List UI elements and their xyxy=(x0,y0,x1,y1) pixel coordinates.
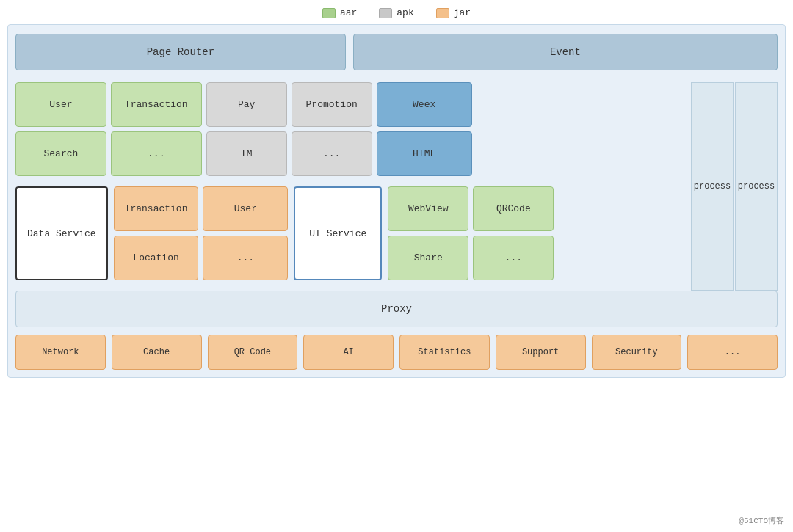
side-process-columns: process process xyxy=(691,82,778,291)
module-share: Share xyxy=(388,236,468,280)
data-service-box: Data Service xyxy=(15,186,108,280)
router-row: Page Router Event xyxy=(15,34,778,70)
apk-label: apk xyxy=(396,7,413,18)
legend: aar apk jar xyxy=(0,0,793,24)
module-green2-dots: ... xyxy=(473,236,554,280)
module-cache: Cache xyxy=(112,335,202,370)
modules-row: User Transaction Search ... Pay xyxy=(15,82,687,176)
gray-module-group: Pay Promotion IM ... xyxy=(206,82,372,176)
orange-module-group: Transaction User Location ... xyxy=(114,186,289,280)
module-statistics: Statistics xyxy=(399,335,490,370)
module-ai: AI xyxy=(303,335,394,370)
watermark: @51CTO博客 xyxy=(739,515,784,526)
module-support: Support xyxy=(496,335,586,370)
legend-aar: aar xyxy=(322,7,357,18)
main-diagram: Page Router Event User Transaction Searc xyxy=(7,24,786,378)
module-location: Location xyxy=(114,236,199,280)
green-module-group: User Transaction Search ... xyxy=(15,82,202,176)
module-user-2: User xyxy=(203,186,288,231)
module-pay: Pay xyxy=(206,82,287,127)
aar-color-box xyxy=(322,8,336,18)
module-qr-code: QR Code xyxy=(208,335,298,370)
proxy-box: Proxy xyxy=(15,291,778,327)
module-webview: WebView xyxy=(388,186,468,231)
blue-module-group: Weex HTML xyxy=(377,82,472,176)
apk-color-box xyxy=(379,8,392,18)
process-label-1: process xyxy=(694,181,731,192)
event-label: Event xyxy=(550,46,581,58)
module-transaction-2: Transaction xyxy=(114,186,199,231)
module-qrcode: QRCode xyxy=(473,186,554,231)
event-box: Event xyxy=(353,34,778,70)
jar-label: jar xyxy=(454,7,471,18)
module-user: User xyxy=(15,82,106,127)
legend-apk: apk xyxy=(379,7,413,18)
module-orange-dots: ... xyxy=(203,236,288,280)
data-service-label: Data Service xyxy=(27,228,96,239)
module-weex: Weex xyxy=(377,82,472,127)
aar-label: aar xyxy=(340,7,357,18)
module-im: IM xyxy=(206,131,287,176)
module-bottom-dots: ... xyxy=(687,335,778,370)
process-label-2: process xyxy=(738,181,775,192)
proxy-label: Proxy xyxy=(381,303,412,315)
ui-service-box: UI Service xyxy=(294,186,382,280)
bottom-modules-row: Network Cache QR Code AI Statistics Supp… xyxy=(15,335,778,370)
page-router-label: Page Router xyxy=(147,46,214,58)
process-col-2: process xyxy=(735,82,778,291)
main-content-area: User Transaction Search ... Pay xyxy=(15,82,778,291)
module-search: Search xyxy=(15,131,106,176)
module-html: HTML xyxy=(377,131,472,176)
legend-jar: jar xyxy=(436,7,471,18)
process-col-1: process xyxy=(691,82,734,291)
module-network: Network xyxy=(15,335,106,370)
proxy-row: Proxy xyxy=(15,291,778,327)
page-router-box: Page Router xyxy=(15,34,346,70)
green-module-group-2: WebView QRCode Share ... xyxy=(388,186,554,280)
jar-color-box xyxy=(436,8,449,18)
services-row: Data Service Transaction User Location .… xyxy=(15,186,687,280)
module-transaction: Transaction xyxy=(111,82,202,127)
ui-service-label: UI Service xyxy=(309,228,366,239)
module-green-dots: ... xyxy=(111,131,202,176)
module-security: Security xyxy=(592,335,682,370)
module-gray-dots: ... xyxy=(292,131,372,176)
rows-main: User Transaction Search ... Pay xyxy=(15,82,687,291)
module-promotion: Promotion xyxy=(292,82,372,127)
